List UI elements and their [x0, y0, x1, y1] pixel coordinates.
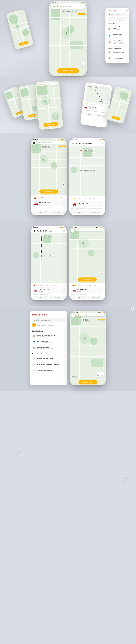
promo-btn[interactable]: Promo Code [49, 211, 65, 214]
pickme-button[interactable]: PickMe Here! [57, 68, 79, 73]
pickme4[interactable]: PickMe Here! [78, 278, 96, 282]
panel-close-btn[interactable]: ✕ [131, 307, 134, 310]
recent-name-2: R.A. De mel Mawatha [112, 58, 127, 59]
panel-title: Drop Location [108, 10, 127, 12]
menu-btn4[interactable] [71, 229, 74, 232]
arrow-icon-3: › [127, 41, 127, 43]
divider1 [32, 329, 65, 329]
search-text: Your pickup location? [41, 142, 62, 143]
payment-btn[interactable]: Cash [33, 211, 48, 214]
search-bar[interactable]: Your pickup location? ♡ [51, 4, 85, 9]
recent-dot-2: ⏱ [32, 363, 36, 366]
map-tag-pm: Pre Marchant [59, 146, 66, 147]
destination-input[interactable] [36, 319, 64, 321]
fav-place-addr-3: Dr. Colvin R De Silver Mawatha, Colombo [37, 348, 63, 349]
close3[interactable]: ✕ [63, 230, 65, 232]
arrow-icon-2: › [127, 35, 127, 37]
fav-arrow-2: › [65, 341, 65, 343]
recent-2[interactable]: 📍 R.A. De mel Mawatha [108, 56, 127, 61]
where-input[interactable]: ● [32, 318, 65, 322]
recent-dot-1: ⏱ [32, 357, 36, 360]
cash-btn2[interactable]: Cash [71, 211, 87, 214]
svg-point-4 [80, 150, 82, 151]
fav-place-2[interactable]: 💻 99X Technology No. 99 Flower Rd, Colom… [108, 33, 127, 39]
svg-point-5 [80, 170, 82, 171]
promo-btn2[interactable]: Promo Code [88, 211, 103, 214]
favorites-label: Favorite places [108, 23, 127, 24]
section5: 123RF 123RF ✕ Drop Location ● 📍 Tap to a… [0, 306, 136, 391]
panel-close[interactable]: ✕ [125, 9, 128, 12]
section4: 9:41 AM ▲▲▲ 📶 🔋 R.A. De Mel Mawatha ✕ [0, 220, 136, 306]
favorites-section-label: Favorite places [32, 330, 65, 332]
recent-item-2[interactable]: ⏱ R.A. De mel Mawatha, Colombo › [32, 362, 65, 368]
fav-item-1[interactable]: 🏢 Creative Software - Office No. 28 Deal… [32, 333, 65, 339]
status-icons: ▲▲▲ WiFi 🔋 [76, 2, 84, 4]
police-tag: Police Park [71, 376, 78, 378]
recent-1[interactable]: 📍 Grandpass - Sri Lanka [108, 50, 127, 56]
fav-name-2: 99X Technology [112, 34, 126, 35]
recent-dot-3: ⏱ [32, 369, 36, 372]
map-tag-bloomfield: Bloomfield Cricket and Athletic Club [61, 11, 78, 12]
vehicle-id: ABC123 [39, 204, 50, 205]
fav-icon: ♡ [62, 142, 64, 143]
to-tag[interactable]: Maharagama, Sri Lanka › [83, 170, 97, 171]
bf-tag5: Bloomfield Cricketand Athletics Club [82, 319, 91, 321]
cash4[interactable]: Cash [71, 296, 87, 299]
pickup-input[interactable]: ● where you going? [108, 12, 127, 16]
arrow-icon-1: › [127, 28, 127, 30]
cash3[interactable]: Cash [33, 296, 48, 299]
fare-note: This is an approximate estimate. Actual … [33, 207, 65, 210]
heart-icon: ♡ [82, 5, 84, 7]
promo4[interactable]: Promo Code [88, 296, 103, 299]
tilt-phone-center: Your pickup location? PickMe Here! [35, 80, 63, 130]
from-tag[interactable]: R.A. De Mel Mawatha › [83, 150, 96, 151]
drop-title: Drop Location [32, 314, 65, 316]
fav-place-3[interactable]: 🎭 Dialog Auditorium Dr. Colvin R De Silv… [108, 39, 127, 45]
recent-arrow-1: › [65, 358, 65, 360]
fav-addr-1: No. 28 Deal Pl, Colombo [112, 29, 126, 32]
fav-item-2[interactable]: 💻 99X Technology No. 99 Flower Rd, Colom… [32, 339, 65, 345]
fav-place-1[interactable]: 🏢 Creative Software - Office No. 28 Deal… [108, 25, 127, 33]
recent-name-r1: Grandpass - Sri Lanka [37, 358, 63, 360]
gps5[interactable]: ◎ [96, 374, 100, 378]
main-hero-phone: 9:41 AM ▲▲▲ WiFi 🔋 [50, 1, 86, 76]
fav-item-3[interactable]: 🎭 Dialog Auditorium Dr. Colvin R De Silv… [32, 345, 65, 351]
phone-pickup-vehicle: 9:41 AM ▲▲▲ 📶 🔋 Bloomfie [31, 138, 67, 215]
to-label3[interactable]: Maharagama, Sri Lanka › [44, 255, 56, 256]
promo3[interactable]: Promo Code [49, 296, 65, 299]
fav-addr-2: No. 99 Flower Rd, Colombo [112, 35, 126, 38]
fav-info-3: Dialog Auditorium Dr. Colvin R De Silver… [37, 346, 63, 349]
recent-info-2: R.A. De mel Mawatha, Colombo [37, 364, 63, 366]
booking-close[interactable]: ✕ [102, 142, 103, 145]
fav-addr-3: Dr. Colvin R De Silver Mawatha, Colombo [112, 42, 126, 44]
pickme-btn[interactable]: PickMe Here! [39, 190, 58, 194]
fav-name-1: Creative Software - Office [112, 26, 126, 29]
recent-item-3[interactable]: ⏱ 3rd Mile, Maharagama › [32, 368, 65, 374]
map-tag-bf: Bloomfield Cricketand Athletics Club [42, 146, 50, 148]
recent-arrow-2: › [65, 364, 65, 366]
recent-arrow-3: › [65, 370, 65, 372]
fav-place-addr-1: No. 28 Deal Pl, Colombo [37, 336, 63, 337]
recent-name-r2: R.A. De mel Mawatha, Colombo [37, 364, 63, 366]
menu5[interactable] [71, 314, 75, 318]
gps4[interactable]: ◎ [100, 271, 104, 275]
dropoff-input[interactable]: ● on your way to the map [108, 17, 127, 20]
gps-button[interactable]: ◎ [80, 62, 85, 66]
gps-btn[interactable]: ◎ [62, 183, 65, 187]
recent-name-1: Grandpass - Sri Lanka [112, 52, 127, 53]
phone-pickup-panel: 9:41 AM ▲▲▲ 📶 🔋 [69, 226, 105, 300]
from-label3[interactable]: R.A. De Mel Mawatha › [44, 236, 54, 237]
phone-booking-details: 9:41 AM ▲▲▲ 📶 🔋 R.A. De Mel Mawatha ✕ [69, 138, 105, 215]
recent-item-1[interactable]: ⏱ Grandpass - Sri Lanka › [32, 356, 65, 362]
pm-tag5: Pre Marchant [98, 319, 105, 320]
pickme5[interactable]: PickMe Here! [78, 380, 97, 384]
drop-location-panel: ✕ Drop Location ● 📍 Tap to add location … [30, 311, 67, 386]
tilt-booking-panel: R.A. De Mel Mawatha › Maharagama, Sri La… [80, 82, 112, 128]
fare-amount: LKR 550 - 600 [39, 202, 50, 204]
fav-dot-1: 🏢 [32, 334, 36, 338]
fav-name-3: Dialog Auditorium [112, 40, 126, 42]
map-tap-hint: 📍 Tap to add location from map [32, 323, 65, 327]
right-side-panel: ✕ Drop Location ● where you going? ● on … [106, 8, 129, 64]
pickup-dot-icon: ● [34, 319, 35, 321]
menu-btn[interactable] [32, 141, 36, 145]
